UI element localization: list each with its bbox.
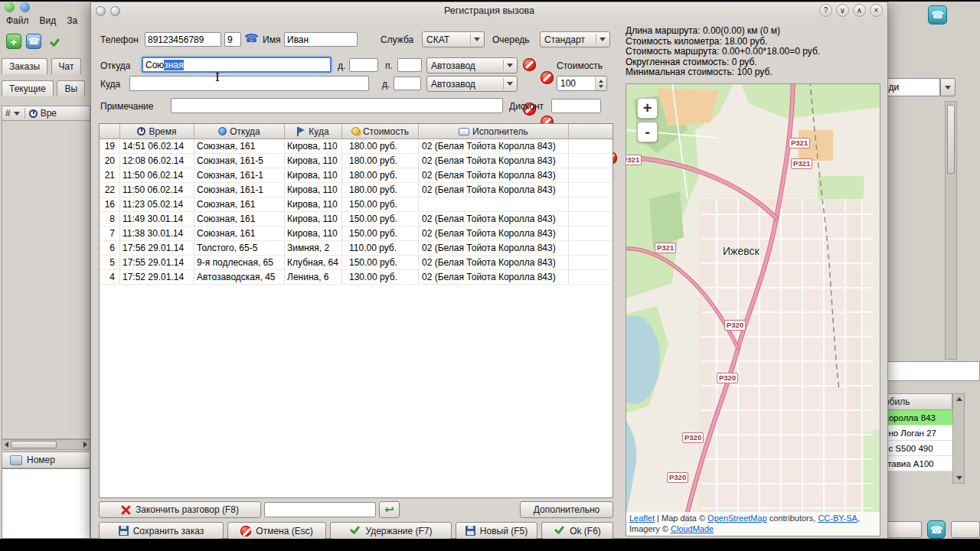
map-attribution-link[interactable]: CC-BY-SA	[818, 514, 858, 523]
header-executor[interactable]: Исполнитель	[419, 124, 569, 139]
bg-hscrollbar[interactable]	[2, 439, 90, 450]
header-to[interactable]: Куда	[285, 124, 342, 139]
queue-combo[interactable]: Стандарт	[540, 31, 610, 47]
order-row[interactable]: 2211:50 06.02.14Союзная, 161-1Кирова, 11…	[100, 183, 612, 197]
order-row[interactable]: 417:52 29.01.14Автозаводская, 45Ленина, …	[100, 270, 612, 285]
map-attribution-link[interactable]: OpenStreetMap	[707, 514, 767, 523]
order-row[interactable]: 1611:23 05.02.14Союзная, 161Кирова, 1101…	[100, 197, 612, 212]
bg-grid-header[interactable]: # Вре	[2, 106, 90, 121]
name-input[interactable]: Иван	[284, 32, 358, 47]
calls-panel-icon[interactable]: ☎	[928, 5, 947, 24]
menu-file[interactable]: Файл	[6, 15, 29, 26]
bg-right-field[interactable]	[880, 361, 980, 381]
city-label: Ижевск	[723, 245, 760, 257]
bg-vscrollbar[interactable]	[945, 101, 957, 360]
to-house-input[interactable]	[394, 77, 421, 90]
order-row[interactable]: 711:38 30.01.14Союзная, 161Кирова, 11015…	[100, 227, 612, 241]
bg-filter-combo-arrow[interactable]	[940, 78, 956, 96]
note-input[interactable]	[171, 98, 503, 113]
plus-icon: +	[11, 35, 18, 48]
from-input[interactable]: Союзная	[142, 57, 332, 73]
zoom-in-button[interactable]: +	[637, 98, 658, 119]
phone-toolbar-icon[interactable]: ☎	[26, 34, 41, 49]
menu-orders[interactable]: За	[67, 15, 77, 26]
end-call-button[interactable]: Закончить разговор (F8)	[99, 501, 261, 518]
spinner-up-icon[interactable]	[599, 80, 603, 83]
entrance-label: п.	[385, 60, 393, 71]
map-tiles	[626, 84, 880, 536]
tab-orders[interactable]: Заказы	[2, 58, 47, 74]
phone-icon: ☎	[931, 9, 943, 21]
road-shield: P320	[717, 373, 738, 383]
bg-filter-combo-value[interactable]: еди	[880, 78, 940, 96]
bg-bottom-panel-icon[interactable]: ☎	[927, 520, 946, 539]
ok-button[interactable]: Ok (F6)	[541, 522, 613, 540]
map-attribution-link[interactable]: CloudMade	[671, 524, 714, 533]
tab-chat[interactable]: Чат	[51, 58, 82, 74]
tab-current[interactable]: Текущие	[2, 80, 54, 96]
confirm-toolbar-icon[interactable]	[49, 38, 60, 48]
dialog-titlebar[interactable]: Регистрация вызова ? ∨ ∧ ×	[91, 2, 887, 19]
cost-spinner[interactable]: 100	[557, 76, 607, 91]
order-cell-from: Союзная, 161	[194, 212, 285, 226]
vehicle-row[interactable]: ено Логан 27	[880, 425, 952, 441]
phone-extra-input[interactable]: 9	[224, 32, 241, 47]
map-attribution-text: contributors,	[767, 514, 818, 523]
tab-done[interactable]: Вы	[57, 80, 85, 96]
new-button[interactable]: Новый (F5)	[456, 522, 537, 540]
vehicle-list-header[interactable]: обиль	[880, 393, 952, 410]
order-row[interactable]: 2012:08 06.02.14Союзная, 161-5Кирова, 11…	[100, 154, 612, 168]
bg-bottom-button-right[interactable]	[951, 521, 980, 538]
header-from[interactable]: Откуда	[194, 124, 285, 139]
header-cost[interactable]: Стоимость	[342, 124, 419, 139]
to-district-combo[interactable]: Автозавод	[426, 76, 518, 92]
vehicle-scrollbar[interactable]	[952, 393, 965, 484]
cost-value: 100	[557, 78, 595, 89]
cancel-button[interactable]: Отмена (Esc)	[227, 522, 326, 540]
hold-button[interactable]: Удержание (F7)	[330, 522, 452, 540]
zoom-out-button[interactable]: -	[637, 122, 658, 142]
service-combo[interactable]: СКАТ	[422, 31, 485, 47]
call-code-input[interactable]	[264, 502, 376, 517]
phone-extra-value: 9	[227, 34, 233, 45]
header-time[interactable]: Время	[120, 124, 194, 139]
from-district-combo[interactable]: Автозавод	[426, 57, 518, 73]
vehicle-row[interactable]: ктавиа A100	[880, 456, 952, 471]
order-row[interactable]: 2111:50 06.02.14Союзная, 161-1Кирова, 11…	[100, 168, 612, 183]
order-row[interactable]: 1914:51 06.02.14Союзная, 161Кирова, 1101…	[100, 139, 612, 154]
to-input[interactable]	[129, 76, 369, 91]
scroll-thumb[interactable]	[947, 105, 955, 174]
phone-icon[interactable]: ☎	[244, 31, 259, 45]
tabs-sub: Текущие Вы	[2, 80, 85, 96]
menu-view[interactable]: Вид	[40, 15, 57, 26]
undo-arrow-icon: ↩	[384, 503, 394, 517]
close-button[interactable]: ×	[870, 4, 883, 17]
bg-list-header[interactable]: Номер	[2, 452, 90, 468]
floppy-icon	[466, 526, 475, 536]
order-row[interactable]: 517:55 29.01.149-я подлесная, 65Клубная,…	[100, 256, 612, 270]
header-cost-label: Стоимость	[363, 126, 409, 137]
shade-button[interactable]: ∨	[836, 4, 849, 17]
from-entrance-input[interactable]	[397, 58, 422, 72]
spinner-down-icon[interactable]	[599, 85, 603, 88]
from-house-input[interactable]	[349, 58, 378, 72]
order-row[interactable]: 811:49 30.01.14Союзная, 161Кирова, 11015…	[100, 212, 612, 227]
add-order-icon[interactable]: +	[6, 34, 21, 49]
save-order-button[interactable]: Сохранить заказ	[99, 522, 224, 540]
more-button[interactable]: Дополнительно	[520, 501, 613, 518]
scroll-thumb[interactable]	[11, 441, 57, 448]
bg-number-panel	[2, 468, 90, 539]
help-button[interactable]: ?	[819, 4, 832, 17]
order-row[interactable]: 617:56 29.01.14Толстого, 65-5Зимняя, 211…	[100, 241, 612, 256]
map-attribution-link[interactable]: Leaflet	[629, 514, 655, 523]
discount-input[interactable]	[551, 99, 601, 113]
maximize-button[interactable]: ∧	[853, 4, 866, 17]
phone-input[interactable]: 89123456789	[145, 32, 221, 47]
vehicle-row[interactable]: ес S500 490	[880, 441, 952, 456]
vehicle-row[interactable]: Королла 843	[880, 410, 952, 425]
cost-label: Стоимость	[557, 60, 603, 71]
undo-button[interactable]: ↩	[379, 501, 400, 518]
order-cell-cost: 110.00 руб.	[342, 241, 419, 255]
header-num[interactable]	[100, 124, 120, 139]
map[interactable]: + - Ижевск P321P321P321P321P320P320P320P…	[626, 83, 880, 536]
